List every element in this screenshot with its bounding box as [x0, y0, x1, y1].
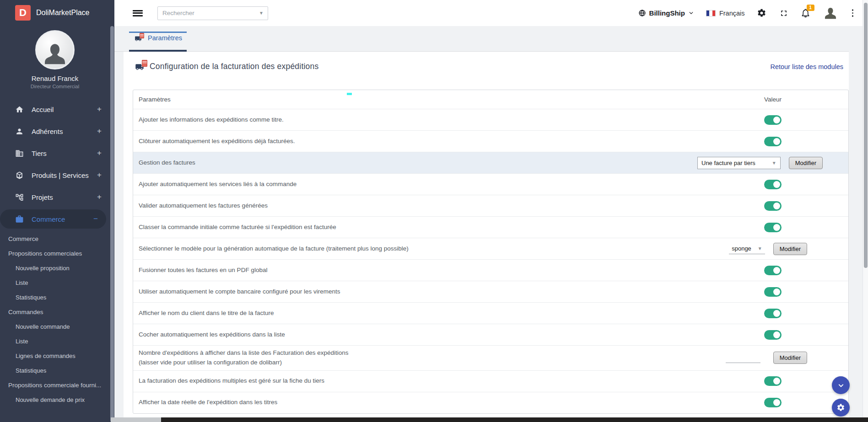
page-scrollbar-thumb[interactable]: [864, 3, 868, 268]
sidebar-item-projets[interactable]: Projets +: [0, 186, 110, 208]
settings-row: La facturation des expéditions multiples…: [133, 370, 848, 392]
toggle-switch[interactable]: [764, 309, 782, 318]
submenu-item-commandes[interactable]: Commandes: [0, 304, 110, 319]
setting-label: Afficher le nom du client dans le titre …: [133, 306, 697, 321]
search-input[interactable]: [158, 10, 259, 16]
setting-label: Afficher la date réelle de l'expédition …: [133, 395, 697, 410]
bottom-strip-gray: [111, 417, 161, 422]
company-name: BillingShip: [649, 9, 685, 17]
submenu-item-liste[interactable]: Liste: [0, 275, 110, 290]
toggle-switch[interactable]: [764, 376, 782, 386]
pdf-model-select[interactable]: sponge▼: [729, 244, 765, 254]
user-profile: Renaud Franck Directeur Commercial: [0, 30, 110, 89]
sidebar-item-label: Accueil: [32, 106, 97, 113]
chevron-down-icon: [688, 10, 694, 16]
cursor-artifact: [347, 93, 352, 95]
fullscreen-icon[interactable]: [779, 8, 789, 18]
tab-parametres[interactable]: Paramètres: [129, 26, 187, 52]
sidebar-item-produits-services[interactable]: Produits | Services +: [0, 164, 110, 186]
settings-row: Cocher automatiquement les expéditions d…: [133, 324, 848, 345]
shipping-invoice-icon: [134, 62, 147, 71]
notifications-bell-icon[interactable]: 1: [801, 8, 811, 18]
menu-toggle-icon[interactable]: [133, 9, 143, 17]
toggle-switch[interactable]: [764, 223, 782, 232]
sidebar-nav: Accueil + Adhérents + Tiers + Produits |…: [0, 98, 110, 229]
settings-gear-icon[interactable]: [757, 8, 767, 18]
sidebar-scrollbar-thumb[interactable]: [110, 26, 114, 422]
submenu-item-nouvelle-proposition[interactable]: Nouvelle proposition: [0, 261, 110, 275]
search-box[interactable]: ▼: [157, 6, 268, 20]
toggle-switch[interactable]: [764, 398, 782, 407]
submenu-item-propositions-commerciales[interactable]: Propositions commerciales: [0, 246, 110, 261]
invoice-mode-select[interactable]: Une facture par tiers▼: [697, 157, 781, 169]
toggle-switch[interactable]: [764, 180, 782, 189]
submenu-item-nouvelle-demande-de-prix[interactable]: Nouvelle demande de prix: [0, 392, 110, 407]
page-header: Configuration de la facturation des expé…: [124, 52, 849, 71]
submenu-item-commerce[interactable]: Commerce: [0, 231, 110, 246]
setting-label: Clôturer automatiquement les expéditions…: [133, 134, 697, 149]
setting-label: Nombre d'expéditions à afficher dans la …: [133, 346, 697, 370]
user-avatar[interactable]: [35, 30, 75, 69]
setting-label: Sélectionner le modèle pour la génératio…: [133, 241, 697, 256]
sidebar-item-tiers[interactable]: Tiers +: [0, 142, 110, 164]
scroll-down-fab[interactable]: [832, 376, 850, 394]
toggle-switch[interactable]: [764, 115, 782, 125]
topbar-actions: BillingShip Français 1: [638, 5, 863, 21]
modifier-button[interactable]: Modifier: [789, 157, 823, 169]
submenu-item-propositions-commerciale-fourni[interactable]: Propositions commerciale fourni...: [0, 378, 110, 392]
tree-icon: [15, 192, 24, 202]
sidebar-item-label: Commerce: [32, 215, 93, 223]
sidebar-submenu: Commerce Propositions commerciales Nouve…: [0, 231, 110, 407]
submenu-item-statistiques[interactable]: Statistiques: [0, 290, 110, 304]
submenu-item-lignes-de-commandes[interactable]: Lignes de commandes: [0, 348, 110, 363]
tab-bar: Paramètres: [114, 26, 849, 52]
sidebar-item-commerce[interactable]: Commerce −: [0, 209, 106, 229]
column-header-parametres: Paramètres: [133, 96, 697, 103]
modifier-button[interactable]: Modifier: [773, 352, 807, 364]
settings-row: Utiliser automatiquement le compte banca…: [133, 281, 848, 302]
toggle-switch[interactable]: [764, 266, 782, 275]
language-selector[interactable]: Français: [706, 10, 745, 17]
notification-badge: 1: [807, 5, 814, 11]
invoice-doc-icon: [142, 60, 147, 67]
submenu-item-liste[interactable]: Liste: [0, 334, 110, 348]
app-logo[interactable]: D: [15, 5, 31, 21]
toggle-switch[interactable]: [764, 137, 782, 146]
page-title: Configuration de la facturation des expé…: [150, 62, 318, 71]
toggle-switch[interactable]: [764, 330, 782, 340]
chevron-down-icon[interactable]: ▼: [259, 11, 268, 16]
expand-plus-icon[interactable]: +: [97, 105, 102, 114]
collapse-minus-icon[interactable]: −: [93, 214, 98, 224]
table-header: Paramètres Valeur: [133, 90, 848, 109]
page-scrollbar[interactable]: [863, 0, 868, 422]
select-value: Une facture par tiers: [701, 160, 755, 166]
sidebar-item-accueil[interactable]: Accueil +: [0, 98, 110, 120]
submenu-item-statistiques[interactable]: Statistiques: [0, 363, 110, 378]
company-switcher[interactable]: BillingShip: [638, 9, 694, 17]
user-role: Directeur Commercial: [0, 84, 110, 89]
modifier-button[interactable]: Modifier: [773, 243, 807, 255]
expand-plus-icon[interactable]: +: [97, 149, 102, 158]
user-name: Renaud Franck: [0, 75, 110, 82]
sidebar-scrollbar[interactable]: [110, 0, 114, 422]
more-options-icon[interactable]: [850, 7, 856, 19]
toggle-switch[interactable]: [764, 201, 782, 211]
theme-settings-fab[interactable]: [832, 399, 850, 417]
invoice-doc-icon: [140, 33, 144, 38]
person-icon: [15, 127, 24, 136]
settings-row: Sélectionner le modèle pour la génératio…: [133, 238, 848, 259]
back-to-modules-link[interactable]: Retour liste des modules: [770, 63, 843, 70]
setting-label: Ajouter les informations des expéditions…: [133, 112, 697, 128]
expand-plus-icon[interactable]: +: [97, 127, 102, 136]
user-menu-avatar[interactable]: [823, 5, 838, 21]
submenu-item-nouvelle-commande[interactable]: Nouvelle commande: [0, 319, 110, 334]
sidebar: D DoliMarketPlace Renaud Franck Directeu…: [0, 0, 110, 422]
expand-plus-icon[interactable]: +: [97, 171, 102, 180]
toggle-switch[interactable]: [764, 287, 782, 297]
setting-label: Cocher automatiquement les expéditions d…: [133, 327, 697, 342]
settings-row: Afficher la date réelle de l'expédition …: [133, 392, 848, 413]
sidebar-item-adh-rents[interactable]: Adhérents +: [0, 120, 110, 142]
expand-plus-icon[interactable]: +: [97, 192, 102, 202]
shipments-count-input[interactable]: [726, 353, 760, 363]
settings-row: Fusionner toutes les factures en un PDF …: [133, 259, 848, 281]
